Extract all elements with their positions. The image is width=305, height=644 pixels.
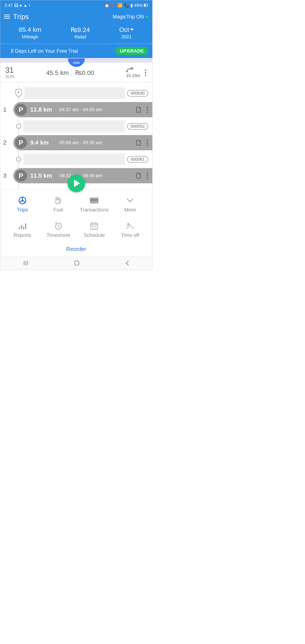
location-icon: 📍 — [111, 3, 116, 8]
recents-button[interactable] — [23, 260, 29, 266]
trip-menu-button[interactable] — [147, 172, 148, 179]
system-nav-bar — [0, 257, 152, 270]
timeline-stop[interactable]: 000040 — [0, 84, 152, 102]
nav-item-fuel[interactable]: Fuel — [41, 196, 75, 213]
wifi-icon: 📶 — [117, 3, 123, 8]
status-left-icons: ● ▲ • — [14, 3, 30, 8]
svg-rect-18 — [23, 226, 24, 229]
trip-index: 1 — [3, 106, 6, 113]
steering-wheel-icon — [18, 196, 27, 205]
nav-item-timesheet[interactable]: Timesheet — [41, 221, 75, 238]
magic-trip-label: MagicTrip ON — [113, 14, 144, 20]
svg-rect-16 — [19, 227, 20, 229]
nav-item-trips[interactable]: Trips — [5, 196, 39, 213]
mileage-summary: 85.4 km Mileage — [19, 26, 41, 40]
trip-row[interactable]: 2 P 9.4 km 05:08 am - 05:30 am — [13, 135, 152, 150]
day-duration: 1h 23m — [126, 73, 140, 78]
nav-label: Fuel — [53, 207, 63, 213]
trip-distance: 9.4 km — [30, 139, 58, 146]
trip-distance: 11.5 km — [30, 172, 58, 179]
nav-label: Trips — [17, 207, 28, 213]
day-distance: 45.5 km — [46, 69, 69, 76]
day-amount: ₨0.00 — [75, 69, 94, 76]
nav-label: Schedule — [83, 232, 105, 238]
separator — [72, 69, 72, 77]
svg-rect-2 — [144, 4, 146, 6]
day-date: 31 — [5, 66, 14, 74]
day-menu-button[interactable] — [144, 68, 147, 77]
note-icon[interactable] — [135, 172, 142, 179]
triangle-icon: ▲ — [23, 3, 27, 8]
trial-text: 8 Days Left on Your Free Trial — [11, 48, 78, 54]
trip-timeline: 000040 1 P 11.8 km 04:37 am - 04:55 am 0… — [0, 82, 152, 192]
svg-point-30 — [94, 226, 94, 227]
route-icon — [126, 67, 134, 73]
mileage-label: Mileage — [19, 34, 41, 40]
month-value: Oct — [119, 26, 129, 33]
back-button[interactable] — [125, 260, 130, 266]
app-header: Trips MagicTrip ON 85.4 km Mileage ₨9.24… — [0, 10, 152, 44]
trip-menu-button[interactable] — [147, 106, 148, 113]
trip-index: 2 — [3, 139, 6, 146]
call-icon: 📞 — [124, 3, 129, 8]
nav-item-more[interactable]: More — [113, 196, 147, 213]
relief-summary: ₨9.24 Relief — [71, 26, 90, 40]
magic-trip-status[interactable]: MagicTrip ON — [113, 14, 148, 20]
status-bar: 2:47 ● ▲ • ⏰ 📍 📶 📞 ▮ 49% — [0, 0, 152, 10]
timeline-stop[interactable]: 000052 — [0, 117, 152, 135]
start-pin-icon — [15, 89, 22, 98]
image-icon — [14, 4, 18, 7]
nav-label: More — [124, 207, 136, 213]
note-icon[interactable] — [135, 139, 142, 146]
nav-label: Reports — [13, 232, 31, 238]
note-icon[interactable] — [135, 106, 142, 113]
stop-marker-icon — [16, 157, 21, 162]
svg-point-29 — [92, 226, 93, 227]
year-value: 2021 — [119, 34, 134, 40]
trip-type-badge: P — [15, 170, 27, 182]
battery-text: 49% — [134, 3, 143, 8]
stop-address-redacted — [23, 120, 125, 132]
svg-point-33 — [94, 228, 94, 229]
play-fab-button[interactable] — [67, 174, 85, 192]
stop-address-redacted — [24, 87, 125, 99]
stop-marker-icon — [16, 124, 21, 129]
card-icon — [89, 196, 99, 205]
signal-icon: ▮ — [130, 3, 133, 8]
odometer-code[interactable]: 000061 — [127, 156, 148, 162]
nav-label: Timesheet — [46, 232, 70, 238]
battery-icon — [144, 4, 148, 7]
svg-point-34 — [95, 228, 96, 229]
trip-time: 04:37 am - 04:55 am — [59, 107, 102, 112]
trip-type-badge: P — [15, 137, 27, 148]
bar-chart-icon — [18, 221, 27, 230]
svg-line-23 — [55, 222, 57, 223]
nav-item-schedule[interactable]: Schedule — [77, 221, 111, 238]
svg-rect-3 — [147, 5, 148, 6]
reorder-button[interactable]: Reorder — [5, 246, 147, 252]
stop-address-redacted — [23, 153, 125, 165]
nav-item-reports[interactable]: Reports — [5, 221, 39, 238]
menu-icon[interactable] — [4, 14, 10, 20]
trip-menu-button[interactable] — [147, 140, 148, 146]
trial-banner: 8 Days Left on Your Free Trial UPGRADE — [0, 44, 152, 58]
nav-item-transactions[interactable]: Transactions — [77, 196, 111, 213]
nav-label: Time off — [121, 232, 139, 238]
svg-rect-19 — [25, 223, 26, 229]
day-weekday: SUN — [5, 74, 14, 79]
month-selector[interactable]: Oct 2021 — [119, 26, 134, 40]
upgrade-button[interactable]: UPGRADE — [115, 47, 148, 55]
home-button[interactable] — [74, 260, 80, 266]
odometer-code[interactable]: 000052 — [127, 123, 148, 130]
svg-point-5 — [126, 71, 128, 72]
alarm-clock-icon — [54, 221, 63, 230]
nav-item-timeoff[interactable]: Time off — [113, 221, 147, 238]
chevron-down-icon — [130, 28, 134, 31]
trip-row[interactable]: 1 P 11.8 km 04:37 am - 04:55 am — [13, 102, 152, 117]
timeline-stop[interactable]: 000061 — [0, 150, 152, 168]
status-time: 2:47 — [4, 3, 13, 8]
nav-label: Transactions — [80, 207, 109, 213]
odometer-code[interactable]: 000040 — [127, 90, 148, 96]
trip-time: 05:08 am - 05:30 am — [59, 140, 102, 146]
relief-label: Relief — [71, 34, 90, 40]
